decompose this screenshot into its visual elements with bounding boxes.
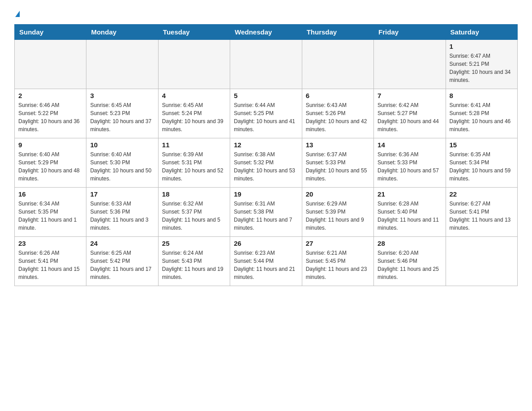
day-of-week-header: Wednesday xyxy=(230,25,302,40)
day-info: Sunrise: 6:21 AM Sunset: 5:45 PM Dayligh… xyxy=(306,249,370,281)
day-number: 2 xyxy=(18,92,82,99)
day-info: Sunrise: 6:37 AM Sunset: 5:33 PM Dayligh… xyxy=(306,150,370,183)
calendar-cell xyxy=(230,40,302,89)
calendar-cell: 2Sunrise: 6:46 AM Sunset: 5:22 PM Daylig… xyxy=(15,89,86,138)
day-info: Sunrise: 6:26 AM Sunset: 5:41 PM Dayligh… xyxy=(18,249,82,281)
day-info: Sunrise: 6:40 AM Sunset: 5:30 PM Dayligh… xyxy=(90,150,154,183)
day-number: 16 xyxy=(18,190,82,198)
calendar-cell: 23Sunrise: 6:26 AM Sunset: 5:41 PM Dayli… xyxy=(15,237,86,286)
day-number: 11 xyxy=(162,141,226,149)
day-number: 3 xyxy=(90,92,154,99)
day-number: 1 xyxy=(450,43,514,50)
calendar-cell: 6Sunrise: 6:43 AM Sunset: 5:26 PM Daylig… xyxy=(302,89,373,138)
day-info: Sunrise: 6:31 AM Sunset: 5:38 PM Dayligh… xyxy=(234,200,298,232)
calendar-cell: 20Sunrise: 6:29 AM Sunset: 5:39 PM Dayli… xyxy=(302,188,373,237)
calendar-header-row: SundayMondayTuesdayWednesdayThursdayFrid… xyxy=(15,25,518,40)
day-info: Sunrise: 6:34 AM Sunset: 5:35 PM Dayligh… xyxy=(18,200,82,232)
calendar-cell: 5Sunrise: 6:44 AM Sunset: 5:25 PM Daylig… xyxy=(230,89,302,138)
day-number: 26 xyxy=(234,240,298,247)
calendar-cell: 25Sunrise: 6:24 AM Sunset: 5:43 PM Dayli… xyxy=(158,237,230,286)
day-info: Sunrise: 6:36 AM Sunset: 5:33 PM Dayligh… xyxy=(378,150,442,183)
calendar-week-row: 16Sunrise: 6:34 AM Sunset: 5:35 PM Dayli… xyxy=(15,188,518,237)
calendar-cell: 3Sunrise: 6:45 AM Sunset: 5:23 PM Daylig… xyxy=(86,89,158,138)
day-number: 7 xyxy=(378,92,442,99)
day-info: Sunrise: 6:23 AM Sunset: 5:44 PM Dayligh… xyxy=(234,249,298,281)
day-info: Sunrise: 6:47 AM Sunset: 5:21 PM Dayligh… xyxy=(450,52,514,84)
day-info: Sunrise: 6:29 AM Sunset: 5:39 PM Dayligh… xyxy=(306,200,370,232)
day-of-week-header: Saturday xyxy=(446,25,517,40)
calendar-cell xyxy=(374,40,446,89)
day-number: 23 xyxy=(18,240,82,247)
day-number: 18 xyxy=(162,190,226,198)
day-number: 19 xyxy=(234,190,298,198)
day-number: 13 xyxy=(306,141,370,149)
day-info: Sunrise: 6:33 AM Sunset: 5:36 PM Dayligh… xyxy=(90,200,154,232)
calendar-cell: 18Sunrise: 6:32 AM Sunset: 5:37 PM Dayli… xyxy=(158,188,230,237)
day-number: 15 xyxy=(450,141,514,149)
day-info: Sunrise: 6:35 AM Sunset: 5:34 PM Dayligh… xyxy=(450,150,514,183)
day-info: Sunrise: 6:25 AM Sunset: 5:42 PM Dayligh… xyxy=(90,249,154,281)
calendar-cell xyxy=(446,237,517,286)
day-number: 8 xyxy=(450,92,514,99)
day-number: 25 xyxy=(162,240,226,247)
calendar-cell: 16Sunrise: 6:34 AM Sunset: 5:35 PM Dayli… xyxy=(15,188,86,237)
day-number: 28 xyxy=(378,240,442,247)
day-info: Sunrise: 6:27 AM Sunset: 5:41 PM Dayligh… xyxy=(450,200,514,232)
calendar-cell: 7Sunrise: 6:42 AM Sunset: 5:27 PM Daylig… xyxy=(374,89,446,138)
calendar-cell: 12Sunrise: 6:38 AM Sunset: 5:32 PM Dayli… xyxy=(230,138,302,188)
day-info: Sunrise: 6:32 AM Sunset: 5:37 PM Dayligh… xyxy=(162,200,226,232)
day-number: 12 xyxy=(234,141,298,149)
day-number: 24 xyxy=(90,240,154,247)
day-number: 14 xyxy=(378,141,442,149)
calendar-cell: 15Sunrise: 6:35 AM Sunset: 5:34 PM Dayli… xyxy=(446,138,517,188)
day-info: Sunrise: 6:24 AM Sunset: 5:43 PM Dayligh… xyxy=(162,249,226,281)
day-number: 4 xyxy=(162,92,226,99)
calendar-cell: 1Sunrise: 6:47 AM Sunset: 5:21 PM Daylig… xyxy=(446,40,517,89)
calendar-cell: 14Sunrise: 6:36 AM Sunset: 5:33 PM Dayli… xyxy=(374,138,446,188)
day-info: Sunrise: 6:40 AM Sunset: 5:29 PM Dayligh… xyxy=(18,150,82,183)
day-info: Sunrise: 6:46 AM Sunset: 5:22 PM Dayligh… xyxy=(18,101,82,133)
logo xyxy=(14,11,20,17)
day-info: Sunrise: 6:45 AM Sunset: 5:23 PM Dayligh… xyxy=(90,101,154,133)
day-info: Sunrise: 6:41 AM Sunset: 5:28 PM Dayligh… xyxy=(450,101,514,133)
day-number: 9 xyxy=(18,141,82,149)
day-info: Sunrise: 6:38 AM Sunset: 5:32 PM Dayligh… xyxy=(234,150,298,183)
day-number: 21 xyxy=(378,190,442,198)
day-info: Sunrise: 6:42 AM Sunset: 5:27 PM Dayligh… xyxy=(378,101,442,133)
page-header xyxy=(14,11,518,17)
calendar-cell: 24Sunrise: 6:25 AM Sunset: 5:42 PM Dayli… xyxy=(86,237,158,286)
calendar-cell xyxy=(158,40,230,89)
calendar-cell xyxy=(302,40,373,89)
calendar-cell: 19Sunrise: 6:31 AM Sunset: 5:38 PM Dayli… xyxy=(230,188,302,237)
calendar-cell: 13Sunrise: 6:37 AM Sunset: 5:33 PM Dayli… xyxy=(302,138,373,188)
day-of-week-header: Thursday xyxy=(302,25,373,40)
day-of-week-header: Sunday xyxy=(15,25,86,40)
calendar-week-row: 2Sunrise: 6:46 AM Sunset: 5:22 PM Daylig… xyxy=(15,89,518,138)
calendar-cell: 22Sunrise: 6:27 AM Sunset: 5:41 PM Dayli… xyxy=(446,188,517,237)
day-info: Sunrise: 6:44 AM Sunset: 5:25 PM Dayligh… xyxy=(234,101,298,133)
day-of-week-header: Monday xyxy=(86,25,158,40)
calendar-cell xyxy=(15,40,86,89)
day-of-week-header: Tuesday xyxy=(158,25,230,40)
calendar-cell: 8Sunrise: 6:41 AM Sunset: 5:28 PM Daylig… xyxy=(446,89,517,138)
calendar-cell: 27Sunrise: 6:21 AM Sunset: 5:45 PM Dayli… xyxy=(302,237,373,286)
calendar-week-row: 23Sunrise: 6:26 AM Sunset: 5:41 PM Dayli… xyxy=(15,237,518,286)
day-number: 10 xyxy=(90,141,154,149)
day-number: 20 xyxy=(306,190,370,198)
calendar-table: SundayMondayTuesdayWednesdayThursdayFrid… xyxy=(14,24,518,286)
day-number: 17 xyxy=(90,190,154,198)
day-number: 27 xyxy=(306,240,370,247)
day-info: Sunrise: 6:43 AM Sunset: 5:26 PM Dayligh… xyxy=(306,101,370,133)
day-info: Sunrise: 6:45 AM Sunset: 5:24 PM Dayligh… xyxy=(162,101,226,133)
day-info: Sunrise: 6:39 AM Sunset: 5:31 PM Dayligh… xyxy=(162,150,226,183)
calendar-cell: 10Sunrise: 6:40 AM Sunset: 5:30 PM Dayli… xyxy=(86,138,158,188)
logo-triangle-icon xyxy=(15,11,20,17)
day-info: Sunrise: 6:20 AM Sunset: 5:46 PM Dayligh… xyxy=(378,249,442,281)
day-number: 22 xyxy=(450,190,514,198)
calendar-cell xyxy=(86,40,158,89)
calendar-cell: 21Sunrise: 6:28 AM Sunset: 5:40 PM Dayli… xyxy=(374,188,446,237)
day-of-week-header: Friday xyxy=(374,25,446,40)
calendar-cell: 26Sunrise: 6:23 AM Sunset: 5:44 PM Dayli… xyxy=(230,237,302,286)
calendar-week-row: 1Sunrise: 6:47 AM Sunset: 5:21 PM Daylig… xyxy=(15,40,518,89)
calendar-cell: 17Sunrise: 6:33 AM Sunset: 5:36 PM Dayli… xyxy=(86,188,158,237)
